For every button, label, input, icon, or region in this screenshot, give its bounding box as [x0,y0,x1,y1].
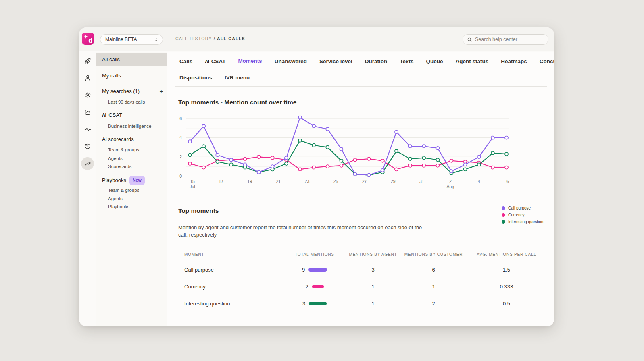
chart-area: 0246151719212325272931246JulAug [175,112,530,191]
rocket-icon[interactable] [84,58,91,64]
col-header-avg-mentions: AVG. MENTIONS PER CALL [466,252,547,257]
legend-dot-currency [502,213,505,217]
tab-queue[interactable]: Queue [426,58,443,68]
tab-calls[interactable]: Calls [179,58,192,68]
sidebar-item-playbooks[interactable]: PlaybooksNew [96,176,167,184]
tabs-divider [175,86,547,87]
sidebar-item-my-calls[interactable]: My calls [96,72,167,80]
top-moments-title: Top moments [178,207,219,214]
sidebar-item-playbooks-playbooks[interactable]: Playbooks [96,203,167,210]
chart-legend: Call purpose Currency Interesting questi… [502,206,543,226]
gear-icon[interactable] [84,91,91,98]
svg-text:2: 2 [449,179,452,184]
tab-unanswered[interactable]: Unanswered [275,58,307,68]
svg-text:23: 23 [305,179,310,184]
breadcrumb-parent[interactable]: CALL HISTORY [175,36,212,41]
sidebar-item-agents[interactable]: Agents [96,155,167,162]
tab-moments[interactable]: Moments [238,58,262,68]
table-row[interactable]: Interesting question 3 1 2 0.5 [175,295,547,312]
app-logo[interactable]: d [82,33,94,45]
svg-text:29: 29 [391,179,396,184]
moments-chart: 0246151719212325272931246JulAug [175,112,530,191]
new-badge: New [129,176,145,185]
ai-notebook-icon[interactable] [84,109,91,116]
svg-text:0: 0 [179,174,182,178]
ai-icon: Λi [102,112,106,118]
sparkle-icon [83,34,88,39]
history-icon[interactable] [84,143,91,150]
ai-icon: Λi [205,59,209,64]
svg-text:31: 31 [419,179,424,184]
legend-item: Currency [502,213,543,217]
svg-text:4: 4 [478,179,480,184]
desktop-background: { "colors": { "accent": "#7a4fe0", "purp… [0,0,644,361]
table-row[interactable]: Currency 2 1 1 0.333 [175,278,547,295]
sidebar-item-business-intelligence[interactable]: Business intelligence [96,122,167,130]
svg-text:19: 19 [247,179,252,184]
legend-item: Call purpose [502,206,543,210]
sidebar-item-team-groups[interactable]: Team & groups [96,146,167,154]
svg-text:4: 4 [179,135,182,140]
sidebar: All calls My calls My searches (1) + Las… [96,52,167,326]
main-content: CALL HISTORY/ALL CALLS Calls ΛiCSAT Mome… [167,52,554,326]
legend-dot-call-purpose [502,206,505,210]
chevron-up-down-icon [154,37,158,42]
svg-text:Jul: Jul [190,184,195,189]
legend-dot-interesting-question [502,220,505,224]
tab-dispositions[interactable]: Dispositions [179,75,212,84]
top-moments-description: Mention by agent and customer report the… [178,224,431,239]
svg-text:21: 21 [276,179,281,184]
svg-text:Aug: Aug [447,184,454,189]
total-mentions-bar [308,268,327,272]
workspace-name: Mainline BETA [105,37,137,42]
tab-texts[interactable]: Texts [400,58,413,68]
help-search[interactable] [463,34,548,45]
col-header-mentions-by-customer: MENTIONS BY CUSTOMER [401,252,466,257]
app-window: d Mainline BETA All calls My calls [79,27,554,326]
search-input[interactable] [475,37,540,42]
svg-text:2: 2 [179,154,182,159]
sidebar-item-ai-scorecards[interactable]: Ai scorecards [96,135,167,143]
sidebar-item-all-calls[interactable]: All calls [96,53,167,66]
moments-table: MOMENT TOTAL MENTIONS MENTIONS BY AGENT … [175,247,547,312]
trend-icon[interactable] [84,160,91,167]
search-icon [467,37,472,42]
tabs-row-1: Calls ΛiCSAT Moments Unanswered Service … [179,58,554,68]
svg-text:25: 25 [333,179,338,184]
tab-ivr-menu[interactable]: IVR menu [225,75,250,84]
sidebar-item-last-90-days-calls[interactable]: Last 90 days calls [96,98,167,106]
tab-service-level[interactable]: Service level [319,58,352,68]
table-row[interactable]: Call purpose 9 3 6 1.5 [175,261,547,278]
tab-duration[interactable]: Duration [365,58,388,68]
logo-letter: d [88,37,92,44]
sidebar-item-my-searches[interactable]: My searches (1) [96,87,167,95]
tab-csat[interactable]: ΛiCSAT [205,58,225,68]
add-search-button[interactable]: + [158,88,165,95]
tab-heatmaps[interactable]: Heatmaps [501,58,527,68]
tabs-row-2: Dispositions IVR menu [179,75,250,84]
table-header-row: MOMENT TOTAL MENTIONS MENTIONS BY AGENT … [175,247,547,261]
sidebar-item-csat[interactable]: ΛiCSAT [96,111,167,119]
chart-title: Top moments - Mention count over time [178,99,296,106]
person-icon[interactable] [84,75,91,81]
icon-rail: d [79,27,96,326]
breadcrumb: CALL HISTORY/ALL CALLS [175,36,245,41]
legend-item: Interesting question [502,220,543,224]
tab-concurrent-calls[interactable]: Concurrent calls [540,58,554,68]
svg-text:17: 17 [219,179,223,184]
total-mentions-bar [312,285,324,288]
sidebar-item-scorecards[interactable]: Scorecards [96,163,167,170]
svg-text:6: 6 [179,116,182,121]
sidebar-item-playbooks-agents[interactable]: Agents [96,195,167,202]
col-header-total-mentions: TOTAL MENTIONS [284,252,345,257]
sidebar-item-playbooks-team-groups[interactable]: Team & groups [96,187,167,194]
pulse-icon[interactable] [84,126,91,133]
workspace-selector[interactable]: Mainline BETA [100,34,163,45]
svg-text:27: 27 [362,179,367,184]
tab-agent-status[interactable]: Agent status [456,58,489,68]
total-mentions-bar [309,302,327,305]
col-header-mentions-by-agent: MENTIONS BY AGENT [345,252,401,257]
svg-text:15: 15 [190,179,195,184]
svg-text:6: 6 [506,179,509,184]
breadcrumb-current: ALL CALLS [217,36,245,41]
